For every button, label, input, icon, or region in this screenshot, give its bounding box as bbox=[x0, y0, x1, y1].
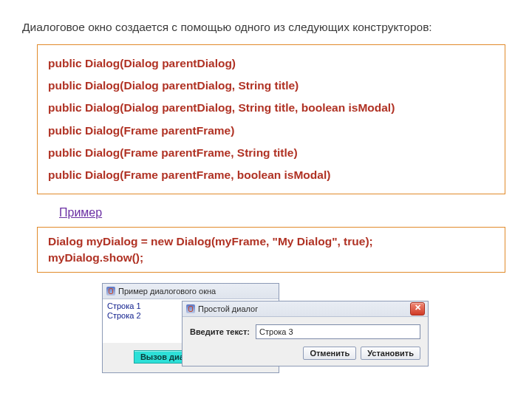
constructor-line: public Dialog(Dialog parentDialog) bbox=[48, 52, 494, 75]
text-input[interactable] bbox=[256, 324, 420, 339]
intro-text: Диалоговое окно создается с помощью одно… bbox=[22, 21, 510, 34]
constructor-line: public Dialog(Dialog parentDialog, Strin… bbox=[48, 97, 494, 119]
java-icon bbox=[186, 304, 195, 313]
modal-dialog: Простой диалог ✕ Введите текст: Отменить… bbox=[182, 301, 429, 366]
parent-titlebar: Пример диалогового окна bbox=[103, 284, 279, 299]
screenshot-windows: Пример диалогового окна Строка 1 Строка … bbox=[102, 283, 449, 398]
constructors-box: public Dialog(Dialog parentDialog) publi… bbox=[37, 44, 505, 194]
input-label: Введите текст: bbox=[190, 327, 250, 336]
cancel-button[interactable]: Отменить bbox=[303, 347, 356, 360]
constructor-line: public Dialog(Dialog parentDialog, Strin… bbox=[48, 75, 494, 97]
close-icon[interactable]: ✕ bbox=[410, 302, 425, 316]
set-button[interactable]: Установить bbox=[361, 347, 420, 360]
modal-title: Простой диалог bbox=[198, 304, 410, 313]
modal-titlebar: Простой диалог ✕ bbox=[183, 301, 428, 317]
constructor-line: public Dialog(Frame parentFrame, String … bbox=[48, 142, 494, 164]
parent-window-title: Пример диалогового окна bbox=[118, 287, 216, 296]
java-icon bbox=[106, 287, 115, 296]
constructor-line: public Dialog(Frame parentFrame, boolean… bbox=[48, 164, 494, 186]
modal-body: Введите текст: Отменить Установить bbox=[183, 317, 428, 366]
example-code-box: Dialog myDialog = new Dialog(myFrame, "M… bbox=[37, 227, 505, 272]
constructor-line: public Dialog(Frame parentFrame) bbox=[48, 120, 494, 142]
example-line: myDialog.show(); bbox=[48, 250, 494, 266]
example-heading: Пример bbox=[59, 206, 510, 219]
example-line: Dialog myDialog = new Dialog(myFrame, "M… bbox=[48, 233, 494, 250]
